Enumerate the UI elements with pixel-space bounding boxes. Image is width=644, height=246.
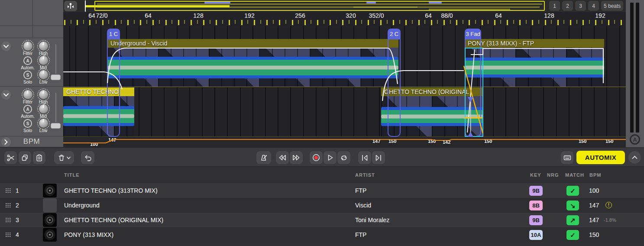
transition-selection-box[interactable] xyxy=(465,48,483,137)
key-badge: 8B xyxy=(529,201,543,210)
deck2-low-knob[interactable] xyxy=(39,119,48,128)
deck1-filter-knob[interactable] xyxy=(23,42,32,51)
ruler-label: 192 xyxy=(595,12,605,19)
chevron-down-icon xyxy=(67,156,71,159)
skip-end-icon xyxy=(375,154,382,162)
ruler-label: 128 xyxy=(193,12,203,19)
ruler-tick xyxy=(298,20,299,24)
keyboard-shortcuts-button[interactable] xyxy=(561,151,573,164)
level-meter-right xyxy=(636,3,639,133)
match-check-icon: ✓ xyxy=(566,230,579,240)
toolbar: AUTOMIX xyxy=(0,147,644,167)
track-artist: Viscid xyxy=(355,198,371,213)
match-tempo-down-icon: ↘ xyxy=(566,201,579,210)
track-row-1[interactable]: 1 GHETTO TECHNO (313TRO MIX) FTP 9B ✓ 10… xyxy=(0,183,644,198)
column-header-key[interactable]: KEY xyxy=(530,172,541,178)
ruler-tick xyxy=(191,20,192,25)
deck2-lane[interactable]: GHETTO TECHNO GHETTO TECHNO (ORIGINAL xyxy=(63,87,626,136)
track-row-2[interactable]: 2 Underground Viscid 8B ↘ 147 ! xyxy=(0,198,644,213)
ruler-tick xyxy=(203,20,204,25)
ruler-tick xyxy=(380,20,382,25)
track-row-3[interactable]: 3 GHETTO TECHNO (ORIGINAL MIX) Toni Mora… xyxy=(0,213,644,227)
rewind-icon xyxy=(278,154,287,161)
deck1-mid-knob[interactable] xyxy=(39,56,48,65)
delete-button[interactable] xyxy=(54,151,74,164)
track-row-4[interactable]: 4 PONY (313 MIXX) FTP 10A ✓ 150 xyxy=(0,227,644,242)
clip-ghetto-techno[interactable]: GHETTO TECHNO xyxy=(63,87,134,136)
minimap-overview[interactable] xyxy=(63,0,626,12)
copy-button[interactable] xyxy=(19,151,31,164)
paste-button[interactable] xyxy=(33,151,45,164)
skip-to-start-button[interactable] xyxy=(358,151,371,164)
cue-marker-1[interactable]: 1 C xyxy=(107,29,120,137)
deck2-solo-button[interactable]: S xyxy=(23,119,32,128)
algoriddim-logo: A xyxy=(630,134,640,145)
beat-button-5beats[interactable]: 5 beats xyxy=(601,1,623,11)
deck1-lane[interactable]: Underground - Viscid PONY (313 MIXX) - F… xyxy=(63,26,626,87)
column-header-nrg[interactable]: NRG xyxy=(547,172,559,178)
collapse-panel-button[interactable] xyxy=(628,151,641,164)
beat-button-1[interactable]: 1 xyxy=(549,1,560,11)
metronome-button[interactable] xyxy=(256,151,271,164)
deck1-low-knob[interactable] xyxy=(39,70,48,79)
loop-button[interactable] xyxy=(337,151,350,164)
ruler-tick xyxy=(456,20,457,25)
clip-pony[interactable]: PONY (313 MIXX) - FTP xyxy=(465,39,604,87)
record-button[interactable] xyxy=(310,151,323,164)
ruler-tick xyxy=(71,20,71,24)
fast-forward-button[interactable] xyxy=(290,151,303,164)
arrangement-timeline[interactable]: 1 2 3 4 5 beats 64 72/0 64 128 192 256 3… xyxy=(63,0,626,147)
match-check-icon: ✓ xyxy=(566,186,579,196)
drag-handle[interactable] xyxy=(5,232,11,237)
rewind-button[interactable] xyxy=(276,151,289,164)
cut-button[interactable] xyxy=(4,151,17,164)
warning-icon: ! xyxy=(605,202,612,208)
ruler-tick xyxy=(324,20,324,24)
track-list: TITLE ARTIST KEY NRG MATCH BPM 1 GHETTO … xyxy=(0,167,644,246)
skip-to-end-button[interactable] xyxy=(372,151,385,164)
deck2-automation-button[interactable]: A xyxy=(23,105,32,113)
waveform xyxy=(63,106,134,126)
column-header-match[interactable]: MATCH xyxy=(565,172,584,178)
deck1-collapse-button[interactable] xyxy=(1,42,11,51)
bpm-automation-lane[interactable]: 100 147 147 150 150 142 150 150 150 xyxy=(63,136,626,147)
beat-ruler[interactable]: 64 72/0 64 128 192 256 320 352/0 64 88/0… xyxy=(63,12,626,20)
clip-underground[interactable]: Underground - Viscid xyxy=(107,39,398,87)
follow-playhead-button[interactable] xyxy=(64,1,77,11)
play-button[interactable] xyxy=(324,151,337,164)
beat-button-3[interactable]: 3 xyxy=(575,1,586,11)
ruler-tick xyxy=(336,20,337,24)
deck1-automation-button[interactable]: A xyxy=(23,56,32,65)
ruler-tick xyxy=(222,20,223,24)
ruler-tick xyxy=(450,20,451,24)
column-header-title[interactable]: TITLE xyxy=(64,172,80,178)
undo-button[interactable] xyxy=(81,151,94,164)
album-art xyxy=(43,228,57,242)
deck2-mid-knob[interactable] xyxy=(39,104,48,113)
ruler-label: 64 xyxy=(425,12,432,19)
drag-handle[interactable] xyxy=(5,217,11,223)
cue-marker-2[interactable]: 2 C xyxy=(388,29,401,137)
deck2-collapse-button[interactable] xyxy=(1,90,11,100)
automix-button[interactable]: AUTOMIX xyxy=(576,151,625,164)
match-tempo-up-icon: ↗ xyxy=(566,215,579,225)
ruler-tick xyxy=(557,20,559,25)
deck2-filter-knob[interactable] xyxy=(23,90,32,99)
column-header-bpm[interactable]: BPM xyxy=(589,172,601,178)
beat-button-2[interactable]: 2 xyxy=(562,1,573,11)
deck1-high-knob[interactable] xyxy=(39,42,48,51)
deck2-fader-thumb[interactable] xyxy=(51,123,61,129)
deck2-high-knob[interactable] xyxy=(39,90,48,99)
deck1-fader-thumb[interactable] xyxy=(51,74,61,80)
ruler-tick xyxy=(424,20,425,24)
track-artist: FTP xyxy=(355,183,366,198)
beat-button-4[interactable]: 4 xyxy=(588,1,599,11)
drag-handle[interactable] xyxy=(5,188,11,193)
column-header-artist[interactable]: ARTIST xyxy=(355,172,375,178)
row-number: 3 xyxy=(16,213,24,227)
ruler-tick xyxy=(538,20,539,24)
copy-icon xyxy=(21,154,29,162)
drag-handle[interactable] xyxy=(5,203,11,208)
deck1-solo-button[interactable]: S xyxy=(23,71,32,79)
cue-marker-label: 2 C xyxy=(388,29,401,39)
